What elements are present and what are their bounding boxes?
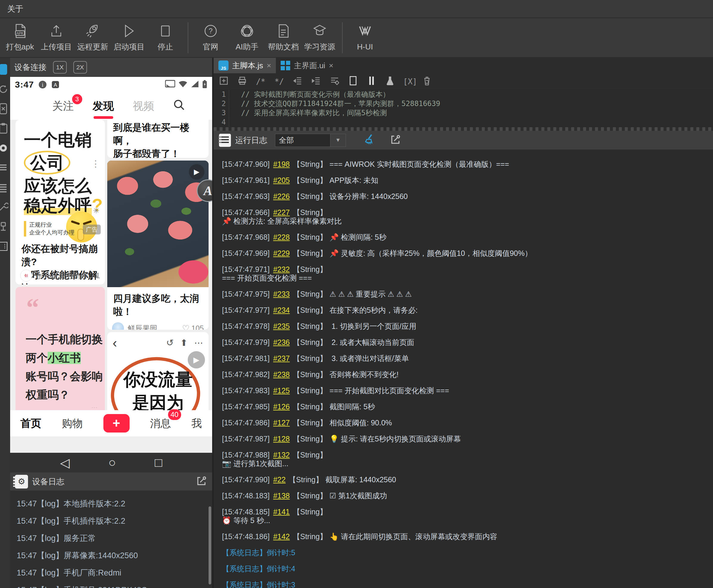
nav-messages[interactable]: 消息 40	[150, 416, 171, 430]
post-card-telemarketing-ad[interactable]: ⋮ 一个电销 公司 应该怎么 稳定外呼? ✳ 正规行业 企业个人均可办理	[16, 120, 105, 285]
log-id-link[interactable]: #228	[273, 233, 290, 241]
tab-video[interactable]: 视频	[133, 99, 154, 113]
log-id-link[interactable]: #237	[273, 354, 290, 362]
log-id-link[interactable]: #229	[273, 249, 290, 257]
search-icon[interactable]	[173, 99, 185, 113]
sync-icon[interactable]	[0, 79, 10, 99]
post-card-guava-video[interactable]: ▶ 四月建议多吃，太润 啦！ 直播 鲜辰果园 ♡105	[107, 161, 209, 330]
code-line[interactable]: 4	[214, 118, 713, 127]
video-play-icon[interactable]: ▶	[189, 164, 204, 180]
log-id-link[interactable]: #141	[273, 508, 290, 516]
log-id-link[interactable]: #236	[273, 338, 290, 346]
log-id-link[interactable]: #126	[273, 402, 290, 411]
nav-post-button[interactable]: +	[103, 414, 130, 433]
chevron-down-icon[interactable]: ▼	[330, 134, 345, 147]
close-tab-icon[interactable]: ×	[329, 61, 333, 70]
pause-icon[interactable]	[366, 76, 377, 88]
video-play-icon[interactable]: ▶	[188, 351, 205, 369]
code-line[interactable]: 1// 实时截图判断页面变化示例（最准确版本）	[214, 90, 713, 99]
device-log-list[interactable]: 15:47【log】本地插件版本:2.215:47【log】手机插件版本:2.2…	[10, 491, 212, 588]
phone-x-icon[interactable]	[0, 99, 10, 119]
log-id-link[interactable]: #138	[273, 491, 290, 500]
stop-button[interactable]: 停止	[147, 20, 184, 56]
undo-icon[interactable]: ↺	[166, 337, 174, 348]
log-id-link[interactable]: #232	[273, 265, 290, 273]
list-layout-icon[interactable]	[0, 158, 10, 177]
comment-start-icon[interactable]: /*	[255, 77, 266, 86]
android-recents-button[interactable]: □	[155, 456, 162, 470]
more-icon[interactable]: ⋯	[194, 337, 203, 348]
android-back-button[interactable]: ◁	[60, 456, 69, 470]
usb-plug-icon[interactable]	[0, 217, 10, 236]
new-file-icon[interactable]	[218, 76, 229, 87]
log-filter-select[interactable]: 全部 ▼	[275, 134, 346, 147]
device-tab-icon[interactable]	[0, 60, 10, 79]
comment-end-icon[interactable]: */	[274, 77, 285, 86]
post-card-who-buys-first-floor[interactable]: 到底是谁在买一楼啊， 肠子都毁青了！ 甜小琦的家（... ♡3879	[107, 120, 209, 158]
post-card-account-question[interactable]: “ 一个手机能切换 两个小红书 账号吗？会影响 权重吗？ …	[16, 287, 105, 414]
phone-mirror[interactable]: 3:47 i A 关注 3 发现 视频 ⋮ 一个电	[10, 77, 212, 453]
panel-box-icon[interactable]	[0, 236, 10, 256]
clear-log-icon[interactable]	[422, 76, 432, 88]
zoom-1x-button[interactable]: 1X	[53, 61, 67, 74]
log-id-link[interactable]: #227	[273, 208, 290, 216]
menu-about[interactable]: 关于	[0, 4, 30, 14]
code-line[interactable]: 2// 技术交流QQ群711841924群一，苹果内测群，528816639	[214, 99, 713, 108]
more-dots-icon[interactable]: ⋮	[91, 159, 100, 169]
log-id-link[interactable]: #128	[273, 435, 290, 443]
like-count[interactable]: ♡1	[87, 271, 100, 280]
clear-log-broom-icon[interactable]	[364, 133, 376, 147]
upload-project-button[interactable]: 上传项目	[38, 20, 75, 56]
clipboard-icon[interactable]	[0, 119, 10, 138]
pack-apk-button[interactable]: APK 打包apk	[2, 20, 38, 56]
ai-assistant-button[interactable]: AI助手	[229, 20, 265, 56]
remote-update-button[interactable]: 远程更新	[75, 20, 111, 56]
horizontal-splitter[interactable]	[214, 127, 713, 131]
tab-follow[interactable]: 关注 3	[53, 99, 74, 113]
expand-icon[interactable]	[390, 134, 401, 146]
log-id-link[interactable]: #205	[273, 176, 290, 184]
log-id-link[interactable]: #132	[273, 451, 290, 459]
print-icon[interactable]	[237, 76, 248, 87]
zoom-2x-button[interactable]: 2X	[73, 61, 87, 74]
share-icon[interactable]: ⬆	[180, 337, 188, 348]
close-tab-icon[interactable]: ×	[267, 61, 271, 70]
android-home-button[interactable]: ○	[108, 456, 116, 470]
nav-shopping[interactable]: 购物	[62, 416, 83, 430]
back-icon[interactable]: ‹	[113, 338, 117, 347]
website-button[interactable]: ? 官网	[192, 20, 229, 56]
like-count[interactable]: ♡105	[182, 323, 204, 330]
tab-main-ui[interactable]: 主界面.ui ×	[276, 58, 338, 73]
log-id-link[interactable]: #125	[273, 386, 290, 395]
wrench-icon[interactable]	[0, 197, 10, 217]
author-name[interactable]: 创升企业电销办…	[36, 271, 87, 280]
help-docs-button[interactable]: 帮助文档	[265, 20, 301, 56]
run-project-button[interactable]: 启动项目	[111, 20, 147, 56]
learn-resources-button[interactable]: 学习资源	[301, 20, 338, 56]
format-code-icon[interactable]	[329, 76, 340, 87]
indent-icon[interactable]	[311, 76, 321, 87]
device-log-scrollbar[interactable]	[209, 506, 211, 584]
log-id-link[interactable]: #127	[273, 419, 290, 427]
hui-brand[interactable]: H-UI	[347, 20, 383, 56]
screenshot-frame-icon[interactable]	[348, 76, 358, 88]
log-id-link[interactable]: #22	[273, 476, 286, 484]
nav-me[interactable]: 我	[192, 416, 202, 430]
log-id-link[interactable]: #235	[273, 322, 290, 330]
flask-icon[interactable]	[385, 76, 395, 88]
run-log-list[interactable]: [15:47:47.960]#198【String】=== AIWROK 实时截…	[214, 150, 713, 588]
log-id-link[interactable]: #238	[273, 370, 290, 379]
code-line[interactable]: 3// 采用全屏高采样率像素对比，间隔5秒检测	[214, 108, 713, 118]
nav-home[interactable]: 首页	[21, 416, 41, 430]
code-editor[interactable]: 1// 实时截图判断页面变化示例（最准确版本）2// 技术交流QQ群711841…	[214, 90, 713, 127]
log-id-link[interactable]: #142	[273, 532, 290, 541]
tab-discover[interactable]: 发现	[93, 99, 114, 113]
tab-main-script[interactable]: JS 主脚本.js ×	[214, 58, 276, 73]
outdent-icon[interactable]	[292, 76, 303, 87]
log-id-link[interactable]: #234	[273, 306, 290, 314]
log-id-link[interactable]: #226	[273, 192, 290, 201]
log-id-link[interactable]: #198	[273, 160, 290, 168]
log-id-link[interactable]: #233	[273, 290, 290, 298]
variables-icon[interactable]: [X]	[403, 77, 414, 86]
record-icon[interactable]	[0, 138, 10, 158]
